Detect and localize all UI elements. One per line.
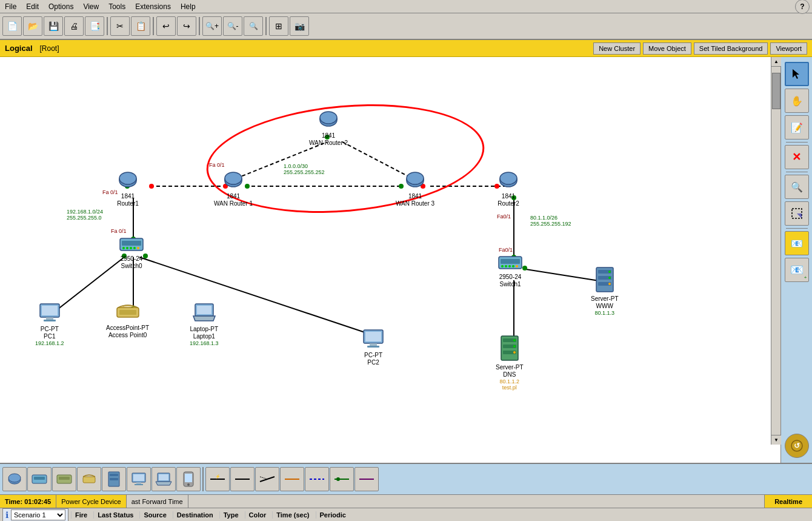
svg-rect-74 <box>365 332 381 341</box>
save-btn[interactable]: 💾 <box>44 16 63 36</box>
svg-rect-105 <box>110 478 118 480</box>
pc1-node[interactable]: PC-PTPC1 192.168.1.2 <box>35 303 64 346</box>
svg-rect-111 <box>159 474 168 480</box>
server-dns-node[interactable]: Server-PTDNS 80.1.1.2test.pl <box>496 335 524 391</box>
hand-tool-btn[interactable]: ✋ <box>785 89 809 113</box>
note-tool-btn[interactable]: 📝 <box>785 115 809 139</box>
router2-node[interactable]: 1841Router2 <box>498 171 519 207</box>
scenario-select[interactable]: Scenario 1 <box>11 509 65 520</box>
wan-router1-node[interactable]: 1841WAN Router 1 <box>214 171 253 207</box>
conn-cross[interactable] <box>255 467 279 491</box>
server-www-icon <box>595 266 614 294</box>
svg-point-123 <box>336 477 340 481</box>
select-tool-btn[interactable] <box>785 62 809 86</box>
workspace-label: Logical <box>5 44 33 53</box>
menu-extensions[interactable]: Extensions <box>130 1 176 12</box>
device-laptop[interactable] <box>151 467 176 491</box>
wan-net-label: 1.0.0.0/30255.255.255.252 <box>284 163 325 175</box>
svg-rect-75 <box>370 343 377 346</box>
delete-tool-btn[interactable]: ✕ <box>785 145 809 169</box>
scroll-thumb[interactable] <box>772 73 780 109</box>
conn-straight[interactable] <box>230 467 255 491</box>
new-btn[interactable]: 📄 <box>2 16 22 36</box>
help-info-btn[interactable]: ? <box>795 0 810 14</box>
sep2 <box>153 17 154 35</box>
undo-btn[interactable]: ↩ <box>156 16 176 36</box>
svg-point-63 <box>512 265 514 267</box>
switch1-node[interactable]: 2950-24Switch1 <box>498 254 523 288</box>
network-canvas[interactable]: 1841WAN Router 2 1841WAN Router 1 <box>0 57 780 463</box>
router2-icon <box>498 171 519 192</box>
svg-text:⚡: ⚡ <box>215 474 221 479</box>
pc2-node[interactable]: PC-PTPC2 <box>362 329 384 366</box>
print-btn[interactable]: 🖨 <box>64 16 84 36</box>
cut-btn[interactable]: ✂ <box>110 16 130 36</box>
fast-forward-btn[interactable]: ast Forward Time <box>127 495 188 508</box>
status-bar: Time: 01:02:45 Power Cycle Device ast Fo… <box>0 494 812 508</box>
time-display: Time: 01:02:45 <box>0 495 56 508</box>
device-hub[interactable] <box>52 467 76 491</box>
corner-btn[interactable]: ↺ <box>785 434 809 458</box>
copy-btn[interactable]: 📋 <box>131 16 150 36</box>
device-pc[interactable] <box>127 467 151 491</box>
print2-btn[interactable]: 📑 <box>85 16 104 36</box>
access-point-node[interactable]: AccessPoint-PTAccess Point0 <box>106 303 149 339</box>
fire-col: Fire <box>71 511 91 519</box>
conn-auto[interactable]: ⚡ <box>205 467 230 491</box>
conn-fiber[interactable] <box>280 467 304 491</box>
zoom-tool-btn[interactable]: 🔍 <box>785 175 809 199</box>
realtime-btn[interactable]: Realtime <box>764 495 812 508</box>
device-switch[interactable] <box>27 467 52 491</box>
vertical-scrollbar[interactable]: ▲ ▼ <box>771 57 780 445</box>
menu-edit[interactable]: Edit <box>21 1 44 12</box>
device-wireless[interactable] <box>77 467 101 491</box>
svg-rect-101 <box>59 477 70 480</box>
zoom-in-btn[interactable]: 🔍+ <box>202 16 222 36</box>
open-btn[interactable]: 📂 <box>23 16 42 36</box>
move-object-btn[interactable]: Move Object <box>643 42 691 55</box>
set-tiled-bg-btn[interactable]: Set Tiled Background <box>694 42 768 55</box>
device-server[interactable] <box>102 467 126 491</box>
wan-router2-node[interactable]: 1841WAN Router 2 <box>309 110 348 147</box>
envelope2-btn[interactable]: 📧+ <box>785 258 809 282</box>
screenshot-btn[interactable]: 📷 <box>290 16 309 36</box>
envelope-btn[interactable]: 📧 <box>785 231 809 255</box>
redo-btn[interactable]: ↪ <box>177 16 196 36</box>
laptop1-node[interactable]: Laptop-PTLaptop1 192.168.1.3 <box>190 303 219 346</box>
menu-tools[interactable]: Tools <box>104 1 130 12</box>
access-point-label: AccessPoint-PTAccess Point0 <box>106 324 149 339</box>
server-www-node[interactable]: Server-PTWWW 80.1.1.3 <box>591 266 619 316</box>
rp-sep2 <box>786 172 808 172</box>
viewport-btn[interactable]: Viewport <box>770 42 807 55</box>
zoom-out-btn[interactable]: 🔍- <box>223 16 242 36</box>
zoom-fit-btn[interactable]: 🔍 <box>244 16 263 36</box>
menu-view[interactable]: View <box>78 1 104 12</box>
select2-tool-btn[interactable] <box>785 201 809 226</box>
svg-rect-107 <box>133 474 144 481</box>
svg-point-48 <box>500 172 517 184</box>
device-router[interactable] <box>2 467 27 491</box>
power-cycle-btn[interactable]: Power Cycle Device <box>56 495 126 508</box>
menu-file[interactable]: File <box>0 1 21 12</box>
device-phone[interactable] <box>176 467 201 491</box>
svg-point-54 <box>126 247 128 249</box>
right-panel: ▲ ▼ ✋ 📝 ✕ 🔍 📧 📧+ ↺ <box>780 57 812 463</box>
new-cluster-btn[interactable]: New Cluster <box>593 42 641 55</box>
router1-fa01-label: Fa 0/1 <box>102 189 118 195</box>
scroll-down-btn[interactable]: ▼ <box>771 435 781 445</box>
sep4 <box>265 17 267 35</box>
svg-rect-67 <box>46 317 53 320</box>
conn-serial[interactable] <box>305 467 329 491</box>
menu-options[interactable]: Options <box>44 1 78 12</box>
scroll-up-btn[interactable]: ▲ <box>771 57 781 67</box>
menu-help[interactable]: Help <box>176 1 201 12</box>
last-status-col: Last Status <box>93 511 137 519</box>
wan-router3-node[interactable]: 1841WAN Router 3 <box>396 171 434 207</box>
conn-coax[interactable] <box>354 467 379 491</box>
grid-btn[interactable]: ⊞ <box>269 16 288 36</box>
conn-phone[interactable] <box>330 467 354 491</box>
switch0-node[interactable]: 2950-24Switch0 <box>119 236 144 270</box>
svg-rect-109 <box>135 484 143 485</box>
router1-node[interactable]: 1841Router1 <box>117 171 139 207</box>
svg-rect-72 <box>197 306 211 314</box>
